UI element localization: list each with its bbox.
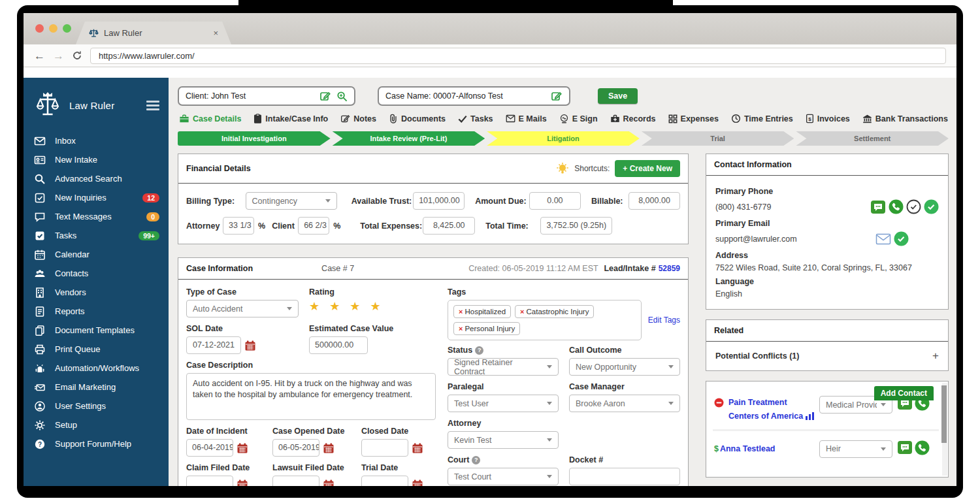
- contact-name-link[interactable]: Pain Treatment Centers of America: [728, 396, 815, 424]
- billable-input[interactable]: 8,000.00: [629, 192, 680, 210]
- tag-chip[interactable]: ×Personal Injury: [453, 322, 520, 335]
- total-expenses-input[interactable]: 8,425.00: [423, 217, 475, 235]
- sol-date-input[interactable]: 07-12-2021: [186, 336, 241, 354]
- verify-outline-icon[interactable]: [906, 199, 921, 214]
- sidebar-item-new-intake[interactable]: New Intake: [24, 150, 169, 169]
- tab-time-entries[interactable]: Time Entries: [731, 114, 793, 123]
- tab-records[interactable]: Records: [610, 114, 656, 123]
- edit-tags-link[interactable]: Edit Tags: [648, 316, 680, 325]
- type-of-case-select[interactable]: Auto Accident: [186, 300, 299, 317]
- attorney-select[interactable]: Kevin Test: [448, 431, 559, 449]
- tab-bank-transactions[interactable]: Bank Transactions: [862, 114, 948, 123]
- sidebar-item-email-marketing[interactable]: Email Marketing: [24, 378, 169, 397]
- claim-filed-date-input[interactable]: [186, 476, 233, 486]
- client-zoom-icon[interactable]: [336, 91, 348, 102]
- court-help-icon[interactable]: ?: [472, 456, 480, 464]
- case-description-textarea[interactable]: Auto accident on I-95. Hit by a truck on…: [186, 373, 436, 420]
- lawsuit-filed-date-input[interactable]: [272, 476, 319, 486]
- calendar-picker-icon[interactable]: [323, 442, 335, 454]
- sms-icon[interactable]: [897, 440, 913, 455]
- tag-chip[interactable]: ×Catastrophic Injury: [515, 305, 594, 318]
- browser-tab[interactable]: Law Ruler ×: [76, 22, 231, 44]
- tab-notes[interactable]: Notes: [340, 114, 376, 123]
- scrollbar-track[interactable]: [942, 383, 947, 476]
- tab-case-details[interactable]: Case Details: [179, 114, 241, 123]
- client-pct-input[interactable]: 66 2/3: [298, 217, 329, 235]
- remove-tag-icon[interactable]: ×: [520, 308, 524, 316]
- sidebar-item-new-inquiries[interactable]: New Inquiries 12: [24, 188, 169, 207]
- calendar-picker-icon[interactable]: [237, 479, 248, 487]
- sidebar-item-print-queue[interactable]: Print Queue: [24, 340, 169, 359]
- tab-emails[interactable]: E Mails: [506, 114, 547, 123]
- forward-icon[interactable]: →: [53, 50, 64, 61]
- tab-documents[interactable]: Documents: [389, 114, 446, 123]
- call-icon[interactable]: [915, 440, 930, 455]
- call-outcome-select[interactable]: New Opportunity: [569, 358, 680, 376]
- status-select[interactable]: Signed Retainer Contract: [448, 358, 559, 376]
- verified-check-icon[interactable]: [924, 199, 939, 214]
- create-new-button[interactable]: + Create New: [615, 160, 680, 177]
- sidebar-item-automation-workflows[interactable]: Automation/Workflows: [24, 359, 169, 378]
- case-name-field[interactable]: Case Name: 00007-Alfonso Test: [378, 86, 570, 106]
- add-contact-button[interactable]: Add Contact: [874, 386, 934, 400]
- window-controls[interactable]: [35, 24, 71, 33]
- rating-stars[interactable]: ★ ★ ★ ★: [309, 300, 384, 313]
- remove-tag-icon[interactable]: ×: [459, 325, 463, 333]
- available-trust-input[interactable]: 101,000.00: [413, 192, 465, 210]
- stage-trial[interactable]: Trial: [642, 131, 794, 146]
- sidebar-item-text-messages[interactable]: Text Messages 0: [24, 207, 169, 226]
- close-tab-icon[interactable]: ×: [213, 28, 218, 38]
- case-opened-date-input[interactable]: 06-05-2019: [272, 439, 319, 457]
- expand-plus-icon[interactable]: +: [932, 349, 939, 363]
- sidebar-item-tasks[interactable]: Tasks 99+: [24, 226, 169, 245]
- contact-name-link[interactable]: $Anna Testlead: [714, 440, 815, 454]
- sidebar-item-calendar[interactable]: Calendar: [24, 245, 169, 264]
- sidebar-item-user-settings[interactable]: User Settings: [24, 397, 169, 415]
- back-icon[interactable]: ←: [34, 50, 45, 61]
- stage-initial-investigation[interactable]: Initial Investigation: [178, 131, 331, 146]
- total-time-input[interactable]: 3,752.50 (9.25h): [540, 217, 612, 235]
- remove-contact-icon[interactable]: [714, 398, 724, 408]
- date-of-incident-input[interactable]: 06-04-2019: [186, 439, 233, 457]
- close-window-button[interactable]: [35, 24, 44, 33]
- potential-conflicts-row[interactable]: Potential Conflicts (1) +: [706, 342, 948, 370]
- edit-case-name-icon[interactable]: [551, 90, 563, 102]
- calendar-picker-icon[interactable]: [412, 479, 423, 487]
- calendar-picker-icon[interactable]: [412, 442, 423, 454]
- sidebar-item-advanced-search[interactable]: Advanced Search: [24, 169, 169, 188]
- case-manager-select[interactable]: Brooke Aaron: [569, 395, 680, 412]
- docket-input[interactable]: [569, 468, 680, 485]
- sidebar-item-inbox[interactable]: Inbox: [24, 131, 169, 150]
- client-field[interactable]: Client: John Test: [178, 86, 355, 106]
- calendar-picker-icon[interactable]: [323, 479, 335, 487]
- sidebar-item-contacts[interactable]: Contacts: [24, 264, 169, 283]
- billing-type-select[interactable]: Contingency: [246, 192, 337, 210]
- tags-box[interactable]: ×Hospitalized ×Catastrophic Injury ×Pers…: [448, 300, 642, 340]
- reload-icon[interactable]: [72, 50, 82, 61]
- sidebar-item-setup[interactable]: Setup: [24, 415, 169, 434]
- save-button[interactable]: Save: [598, 88, 638, 104]
- closed-date-input[interactable]: [361, 439, 408, 457]
- sidebar-item-support-help[interactable]: ? Support Forum/Help: [24, 434, 169, 453]
- calendar-picker-icon[interactable]: [244, 340, 256, 351]
- tab-tasks[interactable]: Tasks: [458, 114, 493, 123]
- court-select[interactable]: Test Court: [448, 468, 559, 485]
- contact-role-select[interactable]: Heir: [819, 440, 892, 458]
- amount-due-input[interactable]: 0.00: [529, 192, 581, 210]
- estimated-case-value-input[interactable]: 500000.00: [309, 336, 368, 354]
- scrollbar-thumb[interactable]: [941, 385, 947, 443]
- tab-invoices[interactable]: $ Invoices: [806, 114, 850, 123]
- minimize-window-button[interactable]: [49, 24, 57, 33]
- sidebar-item-document-templates[interactable]: Document Templates: [24, 321, 169, 340]
- tab-expenses[interactable]: Expenses: [668, 114, 719, 123]
- tab-esign[interactable]: E Sign: [559, 114, 598, 123]
- attorney-pct-input[interactable]: 33 1/3: [223, 217, 254, 235]
- stage-intake-review[interactable]: Intake Review (Pre-Lit): [333, 131, 485, 146]
- hamburger-menu-icon[interactable]: [146, 101, 159, 110]
- maximize-window-button[interactable]: [63, 24, 71, 33]
- chart-icon[interactable]: [806, 412, 814, 420]
- paralegal-select[interactable]: Test User: [448, 395, 559, 412]
- calendar-picker-icon[interactable]: [237, 442, 248, 454]
- sidebar-item-reports[interactable]: Reports: [24, 302, 169, 321]
- remove-tag-icon[interactable]: ×: [459, 308, 463, 316]
